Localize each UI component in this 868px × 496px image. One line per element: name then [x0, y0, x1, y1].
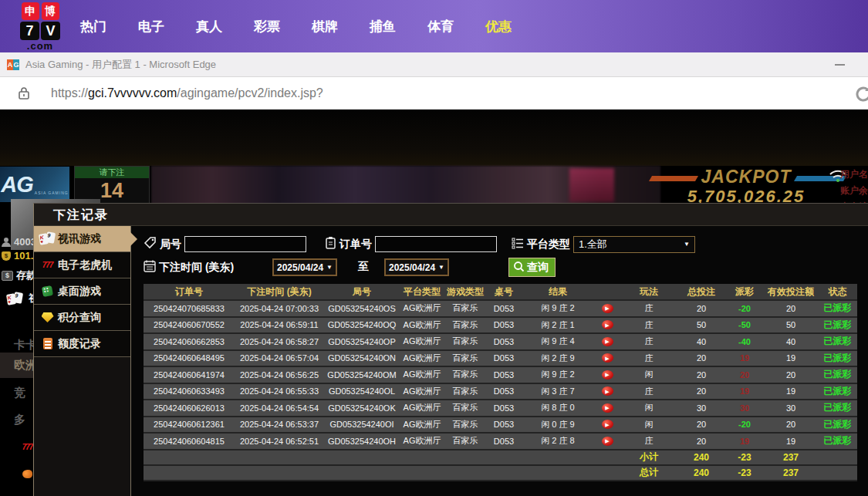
menu-item-label: 桌面游戏 [58, 285, 101, 299]
nav-item-0[interactable]: 热门 [80, 18, 106, 35]
cell-play: ▶ [594, 320, 620, 329]
play-video-icon[interactable]: ▶ [602, 370, 613, 380]
cell-side: 闲 [620, 402, 677, 413]
subtotal-row-cell: 240 [677, 452, 725, 463]
cell-game: 百家乐 [444, 353, 486, 364]
cell-status: 已派彩 [818, 368, 857, 381]
platform-filter: 平台类型 1.全部 ▼ [512, 235, 695, 254]
play-video-icon[interactable]: ▶ [602, 304, 613, 313]
cell-side: 闲 [620, 369, 677, 380]
left-nav-item-2[interactable]: 竞 [14, 386, 25, 400]
url-text[interactable]: https://gci.7vvvvvv.com/agingame/pcv2/in… [51, 86, 323, 100]
cell-order: 250424060626013 [144, 403, 235, 413]
play-video-icon[interactable]: ▶ [602, 437, 613, 446]
header-cell: 桌号 [486, 285, 522, 299]
table-header: 订单号下注时间 (美东)局号平台类型游戏类型桌号结果玩法总投注派彩有效投注额状态 [144, 284, 857, 299]
nav-item-1[interactable]: 电子 [138, 18, 164, 35]
window-title: Asia Gaming - 用户配置 1 - Microsoft Edge [25, 58, 216, 72]
menu-item-3[interactable]: 积分查询 [34, 305, 130, 331]
date-from-select[interactable]: 2025/04/24▼ [272, 258, 337, 276]
play-video-icon[interactable]: ▶ [602, 337, 613, 346]
cards-icon: 9K♥ [37, 232, 58, 245]
url-path: /agingame/pcv2/index.jsp? [177, 86, 323, 100]
main-nav: 热门电子真人彩票棋牌捕鱼体育优惠 [80, 18, 512, 35]
play-video-icon[interactable]: ▶ [602, 320, 613, 329]
play-video-icon[interactable]: ▶ [602, 353, 613, 363]
cell-table: D053 [486, 420, 522, 429]
cell-order: 250424060612361 [144, 420, 235, 429]
round-input[interactable] [184, 236, 306, 252]
round-filter: 局号 [144, 235, 306, 254]
cell-status: 已派彩 [818, 434, 857, 447]
time-filter-label: 下注时间 (美东) [144, 258, 234, 277]
order-input[interactable] [375, 236, 497, 252]
moneybag-icon: $ [2, 251, 11, 261]
cell-valid: 19 [764, 437, 818, 446]
cell-time: 2025-04-24 06:59:11 [235, 320, 324, 329]
cell-order: 250424060670552 [144, 320, 235, 329]
play-video-icon[interactable]: ▶ [602, 386, 613, 396]
site-logo[interactable]: 申 博 7 V .com [17, 2, 63, 51]
cell-payout: 20 [725, 370, 764, 380]
url-scheme: https:// [51, 86, 88, 100]
nav-item-5[interactable]: 捕鱼 [370, 18, 396, 35]
nav-item-7[interactable]: 优惠 [485, 18, 512, 35]
browser-titlebar: AG Asia Gaming - 用户配置 1 - Microsoft Edge [0, 52, 868, 77]
menu-item-2[interactable]: 桌面游戏 [34, 278, 130, 305]
table-row-5: 2504240606334932025-04-24 06:55:33GD0532… [144, 383, 857, 400]
cell-payout: 30 [725, 403, 764, 413]
cell-payout: -20 [725, 304, 764, 313]
gem-icon [37, 312, 58, 322]
play-video-icon[interactable]: ▶ [602, 420, 613, 429]
date-to-select[interactable]: 2025/04/24▼ [384, 258, 449, 276]
play-video-icon[interactable]: ▶ [602, 403, 613, 413]
cell-platform: AG欧洲厅 [400, 402, 444, 413]
header-cell: 订单号 [144, 285, 235, 299]
nav-item-3[interactable]: 彩票 [254, 18, 280, 35]
cell-payout: -50 [725, 320, 764, 329]
cell-platform: AG欧洲厅 [400, 435, 444, 447]
cell-platform: AG欧洲厅 [400, 419, 444, 430]
cell-bet: 20 [677, 370, 725, 380]
browser-urlbar[interactable]: https://gci.7vvvvvv.com/agingame/pcv2/in… [0, 77, 868, 110]
logo-v: V [41, 22, 60, 40]
minimize-button[interactable] [835, 64, 845, 66]
filter-row-1: 局号 订单号 平台类型 [144, 235, 868, 254]
cell-table: D053 [486, 370, 522, 380]
cell-result: 闲 9 庄 4 [522, 336, 594, 347]
doc-icon [37, 338, 58, 349]
nav-item-4[interactable]: 棋牌 [312, 18, 338, 35]
cell-status: 已派彩 [818, 352, 857, 365]
cell-status: 已派彩 [818, 335, 857, 348]
left-nav-item-3[interactable]: 多 [14, 413, 25, 427]
menu-item-0[interactable]: 9K♥视讯游戏 [34, 226, 130, 252]
cell-game: 百家乐 [444, 369, 486, 380]
menu-item-1[interactable]: 777电子老虎机 [34, 252, 130, 278]
game-page: AG ASIA GAMING 请下注 14 JACKPOT 5,705,026.… [0, 110, 868, 496]
logo-badge-shen: 申 [22, 2, 39, 20]
deposit-icon: $ [2, 271, 13, 281]
cell-bet: 30 [677, 403, 725, 413]
header-cell: 玩法 [620, 285, 677, 299]
nav-item-6[interactable]: 体育 [427, 18, 454, 35]
nav-item-2[interactable]: 真人 [196, 18, 222, 35]
deposit-button[interactable]: $ 存款 [2, 268, 36, 282]
dialog-menu: 9K♥视讯游戏777电子老虎机桌面游戏积分查询额度记录 [34, 226, 131, 496]
cell-status: 已派彩 [818, 401, 857, 414]
cell-game: 百家乐 [444, 386, 486, 397]
refresh-icon[interactable] [853, 84, 868, 107]
cell-round: GD053254240OK [324, 403, 400, 413]
cell-platform: AG欧洲厅 [400, 336, 444, 347]
menu-item-4[interactable]: 额度记录 [34, 331, 130, 357]
total-row-cell: 240 [677, 467, 725, 478]
date-from-group: 2025/04/24▼ [272, 258, 337, 277]
search-button[interactable]: 查询 [508, 258, 556, 277]
cell-side: 庄 [620, 386, 677, 397]
platform-select[interactable]: 1.全部 ▼ [573, 236, 695, 253]
cell-valid: 40 [764, 337, 818, 346]
cell-game: 百家乐 [444, 336, 486, 347]
menu-item-label: 电子老虎机 [58, 258, 112, 272]
cell-bet: 20 [677, 437, 725, 446]
cell-round: GD053254240OM [324, 370, 400, 380]
lock-icon[interactable] [18, 86, 30, 100]
